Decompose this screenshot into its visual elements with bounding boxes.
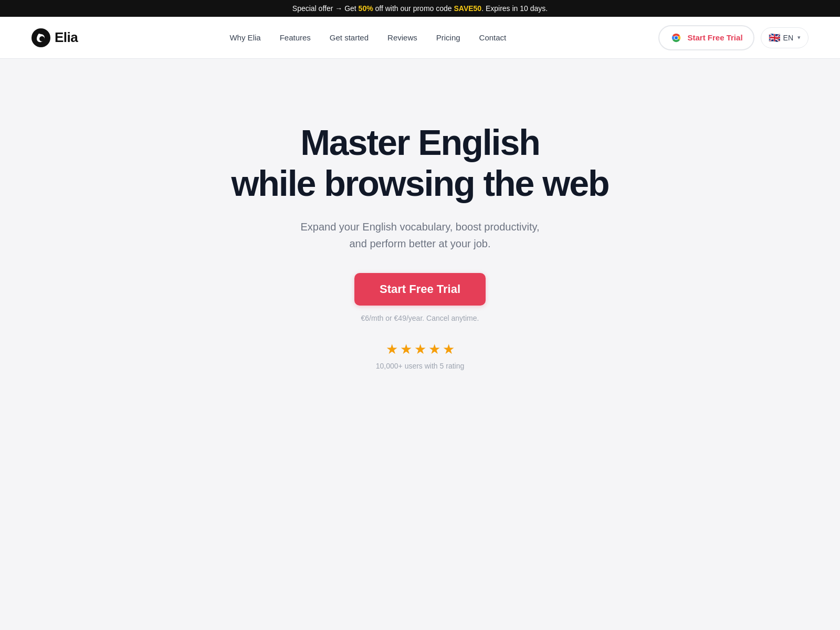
hero-start-trial-button[interactable]: Start Free Trial — [354, 273, 486, 306]
nav-links: Why Elia Features Get started Reviews Pr… — [229, 33, 506, 43]
announcement-bar: Special offer → Get 50% off with our pro… — [0, 0, 840, 17]
star-1: ★ — [386, 341, 398, 358]
rating-text: 10,000+ users with 5 rating — [376, 362, 465, 370]
announcement-suffix: . Expires in 10 days. — [481, 4, 548, 13]
pricing-note: €6/mth or €49/year. Cancel anytime. — [361, 314, 479, 322]
nav-item-why-elia[interactable]: Why Elia — [229, 33, 260, 43]
svg-point-4 — [675, 36, 678, 39]
nav-item-pricing[interactable]: Pricing — [436, 33, 460, 43]
hero-subtitle-line1: Expand your English vocabulary, boost pr… — [300, 221, 539, 233]
hero-title-line2: while browsing the web — [231, 163, 608, 203]
nav-item-features[interactable]: Features — [280, 33, 311, 43]
stars: ★ ★ ★ ★ ★ — [386, 341, 455, 358]
flag-icon: 🇬🇧 — [769, 32, 780, 44]
nav-link-get-started[interactable]: Get started — [330, 33, 369, 42]
nav-link-features[interactable]: Features — [280, 33, 311, 42]
star-3: ★ — [414, 341, 426, 358]
hero-title: Master English while browsing the web — [231, 122, 608, 204]
logo[interactable]: Elia — [32, 28, 78, 47]
announcement-middle: off with our promo code — [373, 4, 454, 13]
promo-code: SAVE50 — [454, 4, 481, 13]
discount-percent: 50% — [359, 4, 373, 13]
star-5: ★ — [443, 341, 455, 358]
nav-item-get-started[interactable]: Get started — [330, 33, 369, 43]
chevron-down-icon: ▾ — [797, 34, 801, 41]
main-nav: Why Elia Features Get started Reviews Pr… — [229, 33, 506, 43]
nav-link-contact[interactable]: Contact — [479, 33, 507, 42]
language-label: EN — [783, 34, 793, 42]
star-2: ★ — [400, 341, 412, 358]
nav-link-why-elia[interactable]: Why Elia — [229, 33, 260, 42]
logo-icon — [32, 28, 50, 47]
nav-cta-label: Start Free Trial — [688, 33, 743, 42]
nav-link-pricing[interactable]: Pricing — [436, 33, 460, 42]
language-selector-button[interactable]: 🇬🇧 EN ▾ — [761, 27, 808, 48]
announcement-prefix: Special offer → Get — [292, 4, 359, 13]
logo-text: Elia — [55, 29, 78, 46]
nav-link-reviews[interactable]: Reviews — [387, 33, 417, 42]
announcement-text: Special offer → Get 50% off with our pro… — [292, 4, 548, 13]
svg-point-1 — [39, 36, 45, 41]
chrome-icon — [670, 32, 682, 44]
nav-item-reviews[interactable]: Reviews — [387, 33, 417, 43]
hero-section: Master English while browsing the web Ex… — [0, 59, 840, 412]
hero-subtitle-line2: and perform better at your job. — [349, 238, 490, 249]
hero-subtitle: Expand your English vocabulary, boost pr… — [300, 218, 539, 252]
rating-container: ★ ★ ★ ★ ★ 10,000+ users with 5 rating — [376, 341, 465, 370]
nav-item-contact[interactable]: Contact — [479, 33, 507, 43]
hero-title-line1: Master English — [300, 122, 540, 162]
nav-right: Start Free Trial 🇬🇧 EN ▾ — [658, 25, 809, 50]
nav-start-trial-button[interactable]: Start Free Trial — [658, 25, 754, 50]
star-4: ★ — [428, 341, 440, 358]
header: Elia Why Elia Features Get started Revie… — [0, 17, 840, 59]
